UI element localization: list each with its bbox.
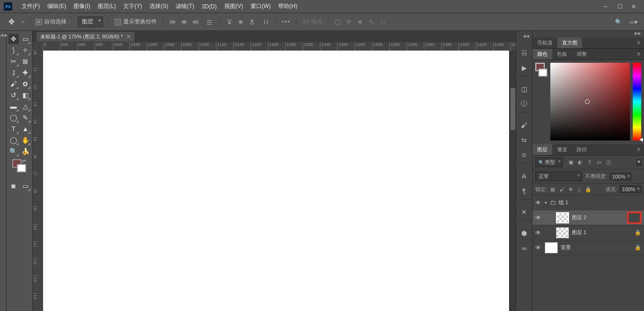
libraries-panel-icon[interactable]: ∞ (519, 243, 529, 253)
layer-filter-dropdown[interactable]: 类型 (535, 157, 563, 167)
more-options-icon[interactable] (282, 18, 290, 26)
tab-close-icon[interactable]: ✕ (126, 34, 131, 40)
lock-pixels-icon[interactable]: ▦ (549, 186, 556, 193)
clone-tool[interactable]: ✿ (21, 79, 31, 89)
menu-type[interactable]: 文字(Y) (119, 0, 146, 12)
properties-panel-icon[interactable]: ◫ (519, 84, 529, 94)
align-center-h-icon[interactable] (180, 18, 188, 26)
move-tool[interactable]: ✥ (8, 34, 19, 44)
layer-thumbnail[interactable] (545, 242, 558, 253)
history-brush-tool[interactable]: ↺ (8, 90, 19, 100)
distribute-top-icon[interactable] (225, 18, 234, 26)
play-panel-icon[interactable]: ▶ (519, 63, 529, 73)
layer-thumbnail[interactable] (556, 212, 569, 223)
layer-name[interactable]: 背景 (561, 244, 631, 251)
lock-artboard-icon[interactable]: ▯ (576, 186, 583, 193)
nav-panel-menu-icon[interactable]: ≡ (633, 37, 644, 48)
layer-name[interactable]: 组 1 (559, 199, 642, 206)
background-swatch[interactable] (17, 164, 26, 172)
hue-cursor[interactable]: ◀ (639, 137, 643, 142)
fill-input[interactable]: 100% (620, 185, 641, 193)
active-tool-icon[interactable] (7, 17, 16, 27)
color-field[interactable] (550, 63, 630, 141)
brush-tool[interactable]: 🖌 (8, 79, 19, 89)
lock-all-icon[interactable]: 🔒 (585, 186, 592, 193)
layer-row[interactable]: 👁 图层 2 (533, 210, 644, 225)
filter-shape-icon[interactable]: ▭ (596, 159, 602, 166)
layer-group-row[interactable]: 👁 ▾ 🗀 组 1 (533, 195, 644, 210)
menu-help[interactable]: 帮助(H) (274, 0, 301, 12)
close-button[interactable]: ✕ (630, 3, 637, 10)
maximize-button[interactable]: ☐ (616, 3, 623, 10)
filter-pixel-icon[interactable]: ▣ (568, 159, 574, 166)
menu-edit[interactable]: 编辑(E) (44, 0, 70, 12)
filter-adjust-icon[interactable]: ◐ (577, 159, 584, 166)
group-disclosure-icon[interactable]: ▾ (545, 200, 547, 205)
canvas[interactable] (43, 51, 509, 311)
tab-swatches[interactable]: 色板 (552, 49, 572, 59)
show-transform-checkbox[interactable] (115, 19, 121, 25)
brush-panel-icon[interactable]: 🖌 (519, 120, 529, 130)
quickmask-tool[interactable]: ◙ (8, 181, 19, 191)
pen-tool[interactable]: ✎ (21, 112, 31, 123)
screenmode-tool[interactable]: ▭ (21, 181, 31, 191)
visibility-toggle[interactable]: 👁 (534, 200, 542, 206)
tools-panel-icon[interactable]: ✕ (519, 207, 529, 217)
lock-move-icon[interactable]: ✥ (567, 186, 574, 193)
distribute-bottom-icon[interactable] (248, 18, 256, 26)
shape-tool[interactable]: ◯ (8, 135, 19, 145)
align-left-icon[interactable] (169, 18, 177, 26)
blur-tool[interactable]: △ (21, 101, 31, 111)
toolbox-collapse[interactable]: ◀◀ (0, 31, 7, 311)
filter-smart-icon[interactable]: ◫ (605, 159, 612, 166)
color-mini-swatches[interactable] (535, 63, 548, 141)
tab-channels[interactable]: 通道 (552, 144, 572, 155)
type-tool[interactable]: T (8, 124, 19, 134)
hand-tool[interactable]: ✋ (21, 135, 31, 145)
opacity-input[interactable]: 100% (610, 173, 631, 180)
auto-select-target-dropdown[interactable]: 图层 (78, 16, 103, 27)
layer-name[interactable]: 图层 1 (572, 229, 631, 236)
distribute-more-icon[interactable] (262, 18, 270, 26)
character-panel-icon[interactable]: A (519, 171, 529, 181)
gradient-tool[interactable]: ▬ (8, 101, 19, 111)
vertical-scrollbar[interactable] (509, 51, 516, 311)
ruler-origin[interactable] (33, 42, 43, 51)
search-icon[interactable]: 🔍 (614, 18, 622, 26)
brushsettings-panel-icon[interactable]: ⇆ (519, 135, 529, 145)
layer-row[interactable]: 👁 图层 1 🔒 (533, 225, 644, 240)
eraser-tool[interactable]: ◧ (21, 90, 31, 100)
path-select-tool[interactable]: ▲ (21, 124, 31, 134)
tab-histogram[interactable]: 直方图 (557, 37, 582, 48)
info-panel-icon[interactable]: ⓘ (519, 99, 529, 109)
auto-select-checkbox[interactable] (36, 19, 42, 25)
filter-toggle[interactable] (637, 159, 641, 166)
color-cursor[interactable] (585, 99, 590, 104)
dock-collapse[interactable]: ◀◀ (516, 34, 532, 40)
visibility-toggle[interactable]: 👁 (534, 215, 542, 221)
quick-select-tool[interactable]: ✧ (21, 45, 31, 55)
frame-tool[interactable]: ⊠ (21, 56, 31, 67)
align-more-icon[interactable] (205, 18, 214, 26)
hue-strip[interactable]: ◀ (633, 63, 641, 141)
color-panel-menu-icon[interactable]: ≡ (633, 49, 644, 59)
filter-type-icon[interactable]: T (586, 159, 593, 166)
lock-icon[interactable]: 🔒 (634, 230, 642, 236)
menu-layer[interactable]: 图层(L) (94, 0, 120, 12)
lock-position-icon[interactable]: 🖌 (558, 186, 565, 193)
show-transform-option[interactable]: 显示变换控件 (115, 18, 157, 26)
layers-panel-menu-icon[interactable]: ≡ (633, 144, 644, 155)
paragraph-panel-icon[interactable]: ¶ (519, 186, 529, 196)
tab-layers[interactable]: 图层 (533, 144, 552, 155)
tab-adjustments[interactable]: 调整 (572, 49, 592, 59)
distribute-vcenter-icon[interactable] (237, 18, 245, 26)
tab-navigator[interactable]: 导航器 (533, 37, 557, 48)
swap-colors-icon[interactable]: ⇄ (22, 158, 26, 163)
workspace-switcher-icon[interactable]: ▭▾ (629, 18, 637, 26)
canvas-viewport[interactable] (43, 51, 509, 311)
color-swatches[interactable]: ⇄ (10, 159, 29, 178)
minimize-button[interactable]: ─ (602, 3, 609, 10)
tab-color[interactable]: 颜色 (533, 49, 552, 59)
history-panel-icon[interactable]: ☵ (519, 48, 529, 58)
dodge-tool[interactable]: ◯ (8, 112, 19, 123)
